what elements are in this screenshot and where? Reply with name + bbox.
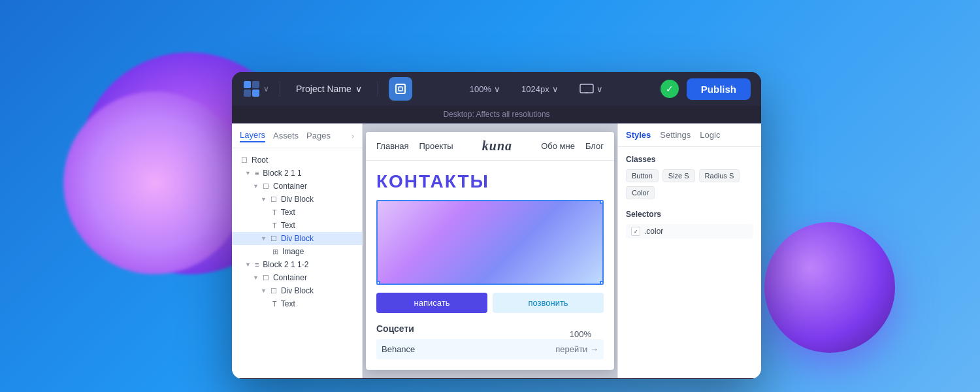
- nav-link-about: Обо мне: [541, 141, 575, 151]
- class-tags-list: Button Size S Radius S Color: [626, 169, 753, 199]
- layer-label: Div Block: [281, 195, 314, 204]
- layer-item[interactable]: ▼ ≡ Block 2 1 1: [232, 167, 362, 180]
- layer-item[interactable]: ▼ ☐ Div Block: [232, 284, 362, 297]
- layer-label: Div Block: [281, 234, 314, 243]
- resize-handle-tr[interactable]: [600, 200, 604, 204]
- layer-toggle-icon: ▼: [253, 183, 259, 189]
- panel-arrow-icon: ›: [351, 132, 354, 140]
- tab-assets[interactable]: Assets: [273, 129, 299, 142]
- class-tag-color[interactable]: Color: [626, 186, 655, 199]
- tab-layers[interactable]: Layers: [240, 129, 265, 142]
- svg-rect-5: [399, 87, 402, 91]
- tab-styles[interactable]: Styles: [626, 130, 651, 140]
- layer-toggle-icon: ▼: [261, 235, 267, 242]
- layer-item[interactable]: ▼ ☐ Container: [232, 271, 362, 284]
- main-canvas: Главная Проекты kuna Обо мне Блог КОНТАК…: [363, 123, 617, 378]
- breakpoint-label: 1024px: [521, 84, 549, 94]
- layer-item[interactable]: ▼ ☐ Container: [232, 180, 362, 193]
- selector-value: .color: [644, 227, 663, 236]
- project-name-label: Project Name: [296, 84, 351, 94]
- nav-link-blog: Блог: [585, 141, 604, 151]
- svg-rect-0: [244, 81, 251, 88]
- breakpoint-button[interactable]: 1024px ∨: [516, 82, 564, 97]
- layer-toggle-icon: ▼: [245, 261, 251, 268]
- layer-node-icon: ⊞: [272, 248, 278, 256]
- social-link-item[interactable]: Behance перейти →: [376, 339, 604, 359]
- layer-tree: ☐ Root ▼ ≡ Block 2 1 1 ▼ ☐ Container ▼: [232, 148, 362, 377]
- editor-window: ∨ Project Name ∨ 100% ∨ 1024px ∨: [232, 72, 761, 379]
- selector-item[interactable]: ✓ .color: [626, 224, 753, 238]
- tab-pages[interactable]: Pages: [306, 129, 331, 142]
- layer-node-icon: ☐: [263, 182, 269, 191]
- app-logo-icon: [242, 80, 261, 98]
- page-main-title: КОНТАКТЫ: [376, 171, 604, 192]
- breakpoint-banner: Desktop: Affects all resolutions: [232, 106, 761, 123]
- layer-label: Image: [282, 247, 304, 256]
- resize-handle-bl[interactable]: [376, 281, 380, 285]
- tab-logic[interactable]: Logic: [700, 130, 720, 140]
- toolbar-divider-2: [378, 81, 378, 97]
- write-button[interactable]: написать: [376, 293, 487, 313]
- layer-node-icon: T: [272, 300, 277, 308]
- layer-label: Block 2 1 1-2: [263, 260, 308, 269]
- svg-rect-6: [580, 84, 593, 93]
- publish-button[interactable]: Publish: [687, 78, 751, 100]
- decorative-sphere-purple: [764, 222, 895, 353]
- class-tag-button[interactable]: Button: [626, 169, 659, 182]
- zoom-label: 100%: [470, 84, 491, 94]
- class-tag-radius-s[interactable]: Radius S: [699, 169, 740, 182]
- left-panel: Layers Assets Pages › ☐ Root ▼ ≡ Block 2…: [232, 123, 363, 378]
- nav-link-projects: Проекты: [419, 141, 453, 151]
- resize-handle-br[interactable]: [600, 281, 604, 285]
- canvas-percent-indicator: 100%: [570, 329, 591, 339]
- layer-node-icon: ☐: [270, 287, 277, 295]
- tab-settings[interactable]: Settings: [660, 130, 691, 140]
- project-name-button[interactable]: Project Name ∨: [291, 81, 367, 97]
- layer-item[interactable]: T Text: [232, 219, 362, 232]
- layer-node-icon: ☐: [270, 195, 277, 204]
- layer-item[interactable]: ☐ Root: [232, 154, 362, 167]
- panel-tabs: Layers Assets Pages ›: [232, 123, 362, 148]
- layer-item-selected[interactable]: ▼ ☐ Div Block: [232, 232, 362, 245]
- layer-item[interactable]: ⊞ Image: [232, 245, 362, 258]
- device-chevron-icon: ∨: [596, 84, 603, 94]
- device-button[interactable]: ∨: [574, 81, 608, 97]
- layer-toggle-icon: ▼: [261, 287, 267, 294]
- right-panel-content: Classes Button Size S Radius S Color Sel…: [618, 147, 761, 246]
- social-link-name: Behance: [382, 344, 415, 354]
- class-tag-size-s[interactable]: Size S: [662, 169, 695, 182]
- breakpoint-chevron-icon: ∨: [552, 84, 559, 94]
- layer-item[interactable]: T Text: [232, 206, 362, 219]
- layer-item[interactable]: ▼ ☐ Div Block: [232, 193, 362, 206]
- layer-label: Root: [252, 155, 268, 165]
- social-link-action: перейти →: [555, 344, 598, 354]
- device-icon: [580, 84, 594, 94]
- layer-label: Container: [273, 182, 307, 191]
- layer-toggle-icon: ▼: [261, 196, 267, 203]
- nav-link-home: Главная: [376, 141, 408, 151]
- page-nav: Главная Проекты kuna Обо мне Блог: [366, 132, 614, 161]
- select-tool-button[interactable]: [389, 77, 412, 101]
- layer-label: Text: [281, 221, 295, 230]
- call-button[interactable]: позвонить: [493, 293, 604, 313]
- layer-label: Container: [273, 273, 307, 282]
- layer-node-icon: ☐: [241, 156, 248, 165]
- selector-checkbox[interactable]: ✓: [631, 227, 640, 236]
- svg-rect-3: [252, 90, 259, 97]
- right-panel-tabs: Styles Settings Logic: [618, 123, 761, 147]
- check-icon: ✓: [666, 84, 674, 94]
- select-tool-icon: [395, 83, 406, 95]
- layer-item[interactable]: T Text: [232, 297, 362, 310]
- logo-chevron-icon: ∨: [263, 84, 269, 93]
- layer-node-icon: T: [272, 221, 277, 229]
- layer-node-icon: ☐: [270, 235, 277, 243]
- zoom-button[interactable]: 100% ∨: [465, 82, 506, 97]
- toolbar: ∨ Project Name ∨ 100% ∨ 1024px ∨: [232, 72, 761, 106]
- layer-item[interactable]: ▼ ≡ Block 2 1 1-2: [232, 258, 362, 271]
- layer-node-icon: ≡: [255, 169, 259, 177]
- layer-toggle-icon: ▼: [245, 170, 251, 176]
- layer-label: Div Block: [281, 286, 314, 295]
- toolbar-divider-1: [280, 81, 280, 97]
- selected-div-block[interactable]: Div Block: [376, 200, 604, 285]
- svg-rect-4: [396, 84, 405, 93]
